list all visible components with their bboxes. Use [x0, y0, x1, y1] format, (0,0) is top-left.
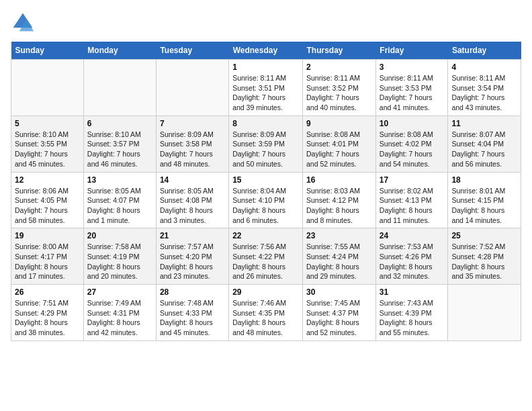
day-info: Sunrise: 8:11 AM Sunset: 3:51 PM Dayligh…	[232, 73, 299, 113]
day-number: 11	[451, 119, 517, 128]
day-info: Sunrise: 8:08 AM Sunset: 4:02 PM Dayligh…	[380, 130, 445, 169]
day-info: Sunrise: 8:11 AM Sunset: 3:54 PM Dayligh…	[451, 73, 517, 113]
day-info: Sunrise: 8:11 AM Sunset: 3:52 PM Dayligh…	[306, 73, 372, 113]
day-cell: 21Sunrise: 7:57 AM Sunset: 4:20 PM Dayli…	[156, 228, 228, 285]
day-info: Sunrise: 7:46 AM Sunset: 4:35 PM Dayligh…	[232, 298, 299, 338]
day-number: 14	[160, 175, 225, 185]
day-info: Sunrise: 8:10 AM Sunset: 3:57 PM Dayligh…	[87, 130, 152, 169]
logo-icon	[11, 11, 35, 35]
weekday-header-friday: Friday	[375, 42, 448, 60]
day-info: Sunrise: 8:10 AM Sunset: 3:55 PM Dayligh…	[15, 130, 80, 169]
day-cell: 1Sunrise: 8:11 AM Sunset: 3:51 PM Daylig…	[229, 60, 303, 116]
weekday-header-thursday: Thursday	[303, 42, 376, 60]
day-cell: 25Sunrise: 7:52 AM Sunset: 4:28 PM Dayli…	[448, 228, 521, 285]
day-info: Sunrise: 8:08 AM Sunset: 4:01 PM Dayligh…	[306, 130, 372, 169]
day-number: 8	[232, 119, 299, 128]
day-number: 9	[306, 119, 372, 128]
day-info: Sunrise: 7:55 AM Sunset: 4:24 PM Dayligh…	[306, 242, 372, 281]
day-info: Sunrise: 8:05 AM Sunset: 4:07 PM Dayligh…	[87, 186, 152, 226]
day-number: 17	[380, 175, 445, 185]
weekday-header-saturday: Saturday	[448, 42, 521, 60]
day-cell: 23Sunrise: 7:55 AM Sunset: 4:24 PM Dayli…	[303, 228, 376, 285]
day-cell: 17Sunrise: 8:02 AM Sunset: 4:13 PM Dayli…	[375, 172, 448, 228]
day-number: 23	[306, 231, 372, 240]
day-number: 13	[87, 175, 152, 185]
day-number: 20	[87, 231, 152, 240]
day-info: Sunrise: 8:07 AM Sunset: 4:04 PM Dayligh…	[451, 130, 517, 169]
day-info: Sunrise: 8:06 AM Sunset: 4:05 PM Dayligh…	[15, 186, 80, 226]
day-cell: 28Sunrise: 7:48 AM Sunset: 4:33 PM Dayli…	[156, 285, 228, 341]
day-info: Sunrise: 7:56 AM Sunset: 4:22 PM Dayligh…	[232, 242, 299, 281]
day-info: Sunrise: 7:57 AM Sunset: 4:20 PM Dayligh…	[160, 242, 225, 281]
day-number: 16	[306, 175, 372, 185]
page-header	[11, 11, 521, 35]
day-cell: 24Sunrise: 7:53 AM Sunset: 4:26 PM Dayli…	[375, 228, 448, 285]
day-info: Sunrise: 8:09 AM Sunset: 3:59 PM Dayligh…	[232, 130, 299, 169]
day-cell: 29Sunrise: 7:46 AM Sunset: 4:35 PM Dayli…	[229, 285, 303, 341]
week-row-2: 5Sunrise: 8:10 AM Sunset: 3:55 PM Daylig…	[11, 116, 521, 172]
day-info: Sunrise: 7:52 AM Sunset: 4:28 PM Dayligh…	[451, 242, 517, 281]
day-info: Sunrise: 8:01 AM Sunset: 4:15 PM Dayligh…	[451, 186, 517, 226]
day-cell: 15Sunrise: 8:04 AM Sunset: 4:10 PM Dayli…	[229, 172, 303, 228]
day-info: Sunrise: 8:04 AM Sunset: 4:10 PM Dayligh…	[232, 186, 299, 226]
day-number: 27	[87, 287, 152, 297]
day-number: 26	[15, 287, 80, 297]
day-number: 12	[15, 175, 80, 185]
week-row-4: 19Sunrise: 8:00 AM Sunset: 4:17 PM Dayli…	[11, 228, 521, 285]
day-info: Sunrise: 7:48 AM Sunset: 4:33 PM Dayligh…	[160, 298, 225, 338]
day-cell: 19Sunrise: 8:00 AM Sunset: 4:17 PM Dayli…	[11, 228, 84, 285]
day-cell: 12Sunrise: 8:06 AM Sunset: 4:05 PM Dayli…	[11, 172, 84, 228]
day-info: Sunrise: 8:02 AM Sunset: 4:13 PM Dayligh…	[380, 186, 445, 226]
weekday-header-sunday: Sunday	[11, 42, 84, 60]
day-info: Sunrise: 7:58 AM Sunset: 4:19 PM Dayligh…	[87, 242, 152, 281]
day-cell: 31Sunrise: 7:43 AM Sunset: 4:39 PM Dayli…	[375, 285, 448, 341]
day-cell	[448, 285, 521, 341]
day-number: 21	[160, 231, 225, 240]
day-number: 5	[15, 119, 80, 128]
day-cell: 11Sunrise: 8:07 AM Sunset: 4:04 PM Dayli…	[448, 116, 521, 172]
day-number: 3	[380, 62, 445, 72]
day-number: 1	[232, 62, 299, 72]
day-info: Sunrise: 8:05 AM Sunset: 4:08 PM Dayligh…	[160, 186, 225, 226]
day-info: Sunrise: 8:09 AM Sunset: 3:58 PM Dayligh…	[160, 130, 225, 169]
week-row-3: 12Sunrise: 8:06 AM Sunset: 4:05 PM Dayli…	[11, 172, 521, 228]
day-number: 10	[380, 119, 445, 128]
day-cell: 3Sunrise: 8:11 AM Sunset: 3:53 PM Daylig…	[375, 60, 448, 116]
day-info: Sunrise: 8:00 AM Sunset: 4:17 PM Dayligh…	[15, 242, 80, 281]
day-number: 29	[232, 287, 299, 297]
day-info: Sunrise: 7:51 AM Sunset: 4:29 PM Dayligh…	[15, 298, 80, 338]
week-row-5: 26Sunrise: 7:51 AM Sunset: 4:29 PM Dayli…	[11, 285, 521, 341]
day-cell	[83, 60, 156, 116]
day-cell	[11, 60, 84, 116]
day-info: Sunrise: 7:53 AM Sunset: 4:26 PM Dayligh…	[380, 242, 445, 281]
week-row-1: 1Sunrise: 8:11 AM Sunset: 3:51 PM Daylig…	[11, 60, 521, 116]
day-cell: 16Sunrise: 8:03 AM Sunset: 4:12 PM Dayli…	[303, 172, 376, 228]
day-number: 22	[232, 231, 299, 240]
weekday-header-wednesday: Wednesday	[229, 42, 303, 60]
day-cell: 30Sunrise: 7:45 AM Sunset: 4:37 PM Dayli…	[303, 285, 376, 341]
day-cell: 14Sunrise: 8:05 AM Sunset: 4:08 PM Dayli…	[156, 172, 228, 228]
day-cell: 13Sunrise: 8:05 AM Sunset: 4:07 PM Dayli…	[83, 172, 156, 228]
day-number: 6	[87, 119, 152, 128]
day-number: 31	[380, 287, 445, 297]
day-number: 7	[160, 119, 225, 128]
weekday-header-row: SundayMondayTuesdayWednesdayThursdayFrid…	[11, 42, 521, 60]
day-cell: 7Sunrise: 8:09 AM Sunset: 3:58 PM Daylig…	[156, 116, 228, 172]
day-cell: 18Sunrise: 8:01 AM Sunset: 4:15 PM Dayli…	[448, 172, 521, 228]
day-cell: 26Sunrise: 7:51 AM Sunset: 4:29 PM Dayli…	[11, 285, 84, 341]
day-info: Sunrise: 8:11 AM Sunset: 3:53 PM Dayligh…	[380, 73, 445, 113]
day-cell: 10Sunrise: 8:08 AM Sunset: 4:02 PM Dayli…	[375, 116, 448, 172]
weekday-header-monday: Monday	[83, 42, 156, 60]
day-cell	[156, 60, 228, 116]
day-info: Sunrise: 8:03 AM Sunset: 4:12 PM Dayligh…	[306, 186, 372, 226]
day-cell: 6Sunrise: 8:10 AM Sunset: 3:57 PM Daylig…	[83, 116, 156, 172]
day-cell: 8Sunrise: 8:09 AM Sunset: 3:59 PM Daylig…	[229, 116, 303, 172]
day-cell: 27Sunrise: 7:49 AM Sunset: 4:31 PM Dayli…	[83, 285, 156, 341]
day-cell: 22Sunrise: 7:56 AM Sunset: 4:22 PM Dayli…	[229, 228, 303, 285]
day-cell: 20Sunrise: 7:58 AM Sunset: 4:19 PM Dayli…	[83, 228, 156, 285]
day-number: 30	[306, 287, 372, 297]
calendar: SundayMondayTuesdayWednesdayThursdayFrid…	[11, 42, 521, 341]
day-info: Sunrise: 7:45 AM Sunset: 4:37 PM Dayligh…	[306, 298, 372, 338]
day-number: 2	[306, 62, 372, 72]
logo	[11, 11, 38, 35]
